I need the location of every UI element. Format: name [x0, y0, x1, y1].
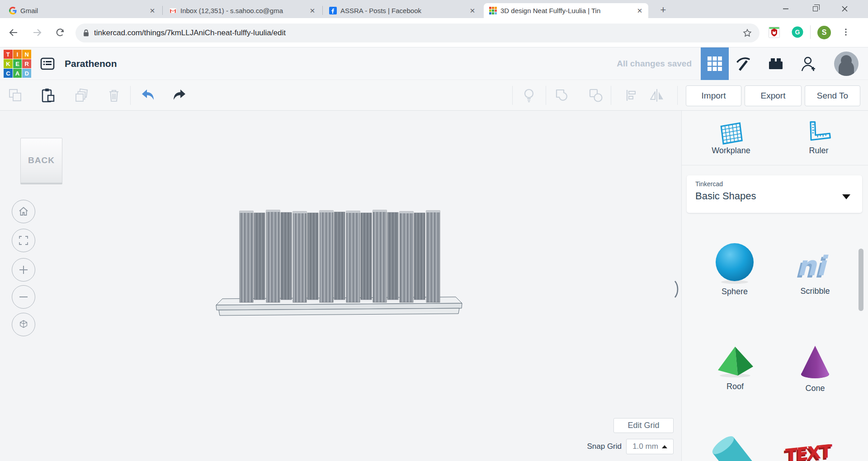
zoom-out-button[interactable]: [12, 285, 35, 309]
workplane-tool[interactable]: Workplane: [697, 120, 765, 155]
group-icon: [554, 87, 570, 103]
shape-label: Sphere: [722, 287, 748, 296]
grammarly-extension-icon[interactable]: G: [792, 26, 803, 38]
scribble-shape-icon: ni ni: [793, 248, 837, 287]
toolbar-divider: [130, 86, 131, 105]
svg-text:TEXT: TEXT: [785, 444, 832, 461]
redo-icon: [171, 87, 188, 103]
delete-button[interactable]: [104, 85, 124, 105]
avatar-silhouette: [841, 55, 852, 66]
fit-view-button[interactable]: [12, 229, 35, 252]
logo-cell: N: [22, 50, 31, 59]
restore-icon: [813, 6, 818, 11]
shape-partial-text[interactable]: TEXT TEXT: [782, 444, 850, 461]
forward-button[interactable]: [29, 24, 45, 41]
group-button[interactable]: [552, 85, 572, 105]
tab-inbox[interactable]: Inbox (12,351) - s.sahoo.co@gma ✕: [164, 3, 321, 18]
mirror-button[interactable]: [647, 85, 667, 105]
ungroup-button[interactable]: [586, 85, 606, 105]
tab-title: 3D design Neat Fulffy-Luulia | Tin: [500, 7, 632, 14]
minimize-button[interactable]: [775, 0, 796, 17]
tinkercad-logo[interactable]: T I N K E R C A D: [4, 50, 31, 78]
import-button[interactable]: Import: [686, 85, 741, 106]
lego-brick-icon: [767, 55, 784, 72]
restore-button[interactable]: [805, 0, 826, 17]
home-view-button[interactable]: [12, 200, 35, 223]
reload-button[interactable]: [52, 24, 68, 41]
redo-button[interactable]: [170, 85, 189, 105]
copy-button[interactable]: [5, 85, 25, 105]
panel-scrollbar[interactable]: [859, 249, 863, 311]
roof-shape-icon: [714, 342, 756, 379]
invite-people-button[interactable]: [797, 47, 819, 80]
new-tab-button[interactable]: +: [656, 4, 670, 17]
url-input[interactable]: tinkercad.com/things/7kmLLJAniCh-neat-fu…: [75, 24, 760, 42]
logo-cell: E: [13, 59, 22, 68]
toolbar-divider: [677, 86, 678, 105]
sphere-shape-icon: [713, 242, 756, 284]
tab-tinkercad-active[interactable]: 3D design Neat Fulffy-Luulia | Tin ✕: [484, 3, 648, 18]
divider: [810, 25, 811, 39]
send-to-button[interactable]: Send To: [805, 85, 860, 106]
shape-sphere[interactable]: Sphere: [713, 242, 756, 296]
forward-icon: [32, 27, 42, 38]
align-button[interactable]: [621, 85, 641, 105]
align-icon: [623, 88, 639, 103]
logo-cell: R: [22, 59, 31, 68]
grid-icon: [707, 56, 723, 72]
close-icon[interactable]: ✕: [148, 7, 156, 15]
close-icon[interactable]: ✕: [308, 7, 316, 15]
model-parthenon[interactable]: [0, 111, 681, 461]
export-button[interactable]: Export: [745, 85, 802, 106]
duplicate-button[interactable]: [71, 85, 91, 105]
snap-grid-value: 1.0 mm: [632, 442, 658, 451]
list-menu-icon: [40, 56, 55, 71]
edit-grid-button[interactable]: Edit Grid: [613, 418, 674, 433]
dashboard-grid-button[interactable]: [701, 47, 729, 80]
back-button[interactable]: [5, 24, 22, 41]
perspective-toggle-button[interactable]: [12, 313, 35, 336]
brick-button[interactable]: [765, 47, 787, 80]
browser-profile-avatar[interactable]: S: [817, 26, 831, 39]
svg-text:ni: ni: [797, 250, 829, 282]
view-cube[interactable]: BACK: [20, 138, 62, 183]
mcafee-extension-icon[interactable]: [768, 26, 780, 38]
minecraft-button[interactable]: [732, 47, 754, 80]
paste-button[interactable]: [38, 85, 57, 105]
svg-text:G: G: [795, 28, 800, 36]
tab-divider: [162, 6, 163, 15]
zoom-in-button[interactable]: [12, 258, 35, 282]
logo-cell: K: [4, 59, 13, 68]
browser-menu-button[interactable]: [840, 26, 852, 38]
plus-icon: [18, 264, 29, 275]
snap-grid-dropdown[interactable]: 1.0 mm: [626, 439, 674, 454]
panel-collapse-handle[interactable]: [674, 279, 681, 299]
close-window-button[interactable]: [834, 0, 855, 17]
tab-facebook[interactable]: ASSRA - Posts | Facebook ✕: [324, 3, 481, 18]
logo-cell: C: [4, 69, 13, 78]
close-icon[interactable]: ✕: [636, 7, 644, 15]
kebab-menu-icon: [841, 28, 850, 37]
shape-library-dropdown[interactable]: Tinkercad Basic Shapes: [687, 175, 862, 213]
text-shape-icon: TEXT TEXT: [782, 444, 850, 461]
design-menu-button[interactable]: [37, 47, 58, 80]
minus-icon: [18, 292, 29, 302]
undo-button[interactable]: [138, 85, 158, 105]
show-all-button[interactable]: [519, 85, 539, 105]
ruler-tool[interactable]: Ruler: [785, 120, 853, 155]
design-canvas[interactable]: BACK Edit Gr: [0, 111, 681, 461]
tab-title: Inbox (12,351) - s.sahoo.co@gma: [180, 7, 305, 14]
profile-initial: S: [822, 28, 827, 37]
pickaxe-icon: [734, 55, 752, 73]
shape-partial-cylinder[interactable]: [700, 427, 768, 461]
bookmark-star-icon[interactable]: [742, 28, 752, 38]
design-title[interactable]: Parathenon: [65, 47, 117, 80]
tab-gmail[interactable]: Gmail ✕: [4, 3, 161, 18]
user-avatar[interactable]: [834, 52, 859, 76]
shape-cone[interactable]: Cone: [796, 343, 834, 393]
shape-roof[interactable]: Roof: [714, 342, 756, 391]
undo-icon: [140, 87, 156, 103]
shape-scribble[interactable]: ni ni Scribble: [793, 248, 837, 296]
workspace: BACK Edit Gr: [0, 111, 868, 461]
close-icon[interactable]: ✕: [468, 7, 476, 15]
